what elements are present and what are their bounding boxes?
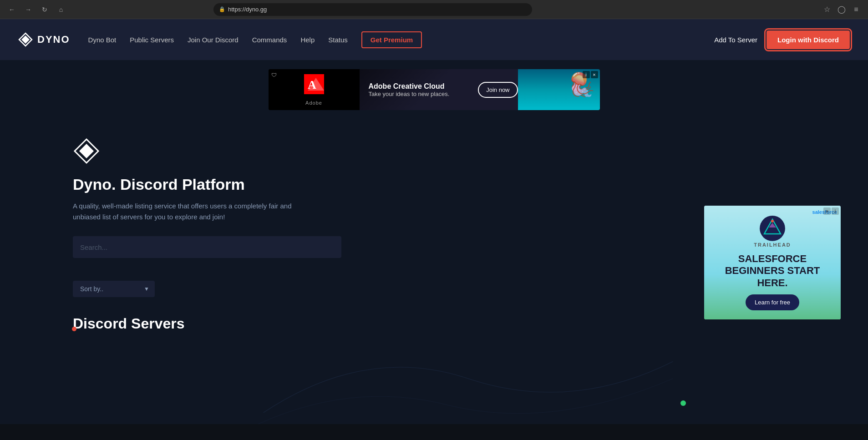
nav-commands[interactable]: Commands (252, 36, 287, 44)
hero-title: Dyno. Discord Platform (73, 176, 795, 193)
ad-banner: 🛡 A Adobe Adobe Creative Cloud Take your… (0, 60, 868, 119)
navbar-links: Dyno Bot Public Servers Join Our Discord… (88, 31, 715, 48)
login-with-discord-button[interactable]: Login with Discord (766, 30, 850, 49)
navbar: DYNO Dyno Bot Public Servers Join Our Di… (0, 19, 868, 60)
home-button[interactable]: ⌂ (55, 3, 67, 16)
logo-text: DYNO (37, 34, 70, 46)
lock-icon: 🔒 (219, 6, 225, 12)
page-container: DYNO Dyno Bot Public Servers Join Our Di… (0, 19, 868, 424)
refresh-button[interactable]: ↻ (38, 3, 51, 16)
green-dot-decoration (680, 400, 686, 406)
nav-help[interactable]: Help (300, 36, 315, 44)
nav-dyno-bot[interactable]: Dyno Bot (88, 36, 117, 44)
ad-adobe-subtitle: Take your ideas to new places. (369, 91, 469, 97)
back-button[interactable]: ← (5, 3, 18, 16)
navbar-right: Add To Server Login with Discord (714, 30, 850, 49)
browser-right-controls: ☆ ◯ ≡ (821, 3, 863, 16)
ad-adobe-title: Adobe Creative Cloud (369, 82, 469, 91)
right-ad-close-button[interactable]: × (823, 207, 831, 215)
sort-dropdown[interactable]: Sort by.. Most Members Recently Added Mo… (73, 281, 155, 297)
nav-join-discord[interactable]: Join Our Discord (188, 36, 239, 44)
trailhead-logo-icon (759, 215, 786, 242)
premium-button[interactable]: Get Premium (361, 31, 422, 48)
logo-link[interactable]: DYNO (18, 32, 70, 47)
right-ad-title: SALESFORCE BEGINNERS START HERE. (713, 253, 832, 289)
servers-title: Discord Servers (73, 315, 795, 332)
hero-logo-icon (73, 137, 100, 165)
ad-adobe-cta-button[interactable]: Join now (478, 82, 518, 98)
trailhead-brand-text: TRAILHEAD (754, 242, 791, 248)
ad-adobe-middle: Adobe Creative Cloud Take your ideas to … (360, 82, 478, 97)
svg-marker-5 (79, 144, 94, 158)
nav-status[interactable]: Status (328, 36, 348, 44)
ad-close-button[interactable]: × (591, 71, 598, 78)
ad-info-button[interactable]: i (583, 71, 590, 78)
browser-chrome: ← → ↻ ⌂ 🔒 https://dyno.gg ☆ ◯ ≡ (0, 0, 868, 19)
svg-point-9 (771, 220, 774, 223)
hero-subtitle: A quality, well-made listing service tha… (73, 201, 310, 223)
main-content: 🛡 A Adobe Adobe Creative Cloud Take your… (0, 60, 868, 424)
add-to-server-button[interactable]: Add To Server (714, 36, 757, 44)
url-text: https://dyno.gg (228, 6, 267, 13)
adobe-logo-icon: A (304, 74, 324, 98)
ad-banner-inner: 🛡 A Adobe Adobe Creative Cloud Take your… (269, 69, 600, 110)
svg-text:A: A (308, 78, 316, 91)
right-ad-cta-button[interactable]: Learn for free (746, 294, 799, 310)
adobe-brand-text: Adobe (305, 100, 322, 106)
right-ad-inner: salesforce TRAILHEAD SALESFORCE BEGINNER… (704, 206, 841, 319)
title-dot-decoration (72, 327, 76, 331)
bookmark-button[interactable]: ☆ (821, 3, 833, 16)
ad-adobe-left: A Adobe (269, 69, 360, 110)
sort-wrapper: Sort by.. Most Members Recently Added Mo… (73, 281, 155, 297)
nav-public-servers[interactable]: Public Servers (130, 36, 174, 44)
dyno-logo-icon (18, 32, 33, 47)
menu-button[interactable]: ≡ (850, 3, 863, 16)
right-ad: salesforce TRAILHEAD SALESFORCE BEGINNER… (704, 206, 841, 319)
search-input[interactable] (73, 236, 341, 258)
right-ad-info-button[interactable]: i (832, 207, 839, 215)
pocket-button[interactable]: ◯ (835, 3, 848, 16)
forward-button[interactable]: → (22, 3, 35, 16)
ad-shield-icon: 🛡 (271, 72, 277, 78)
address-bar[interactable]: 🔒 https://dyno.gg (213, 3, 532, 16)
